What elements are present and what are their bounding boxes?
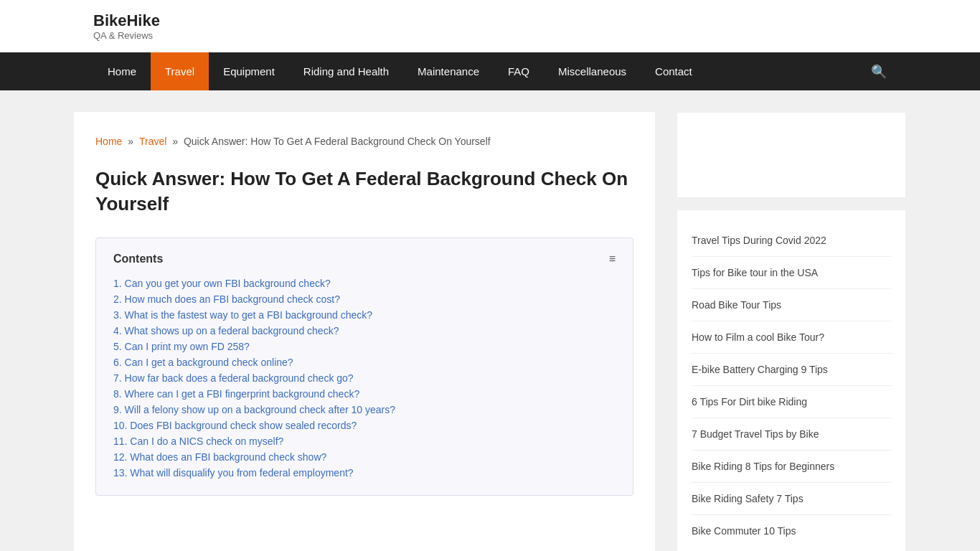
breadcrumb: Home » Travel » Quick Answer: How To Get… [95,133,633,149]
search-icon[interactable]: 🔍 [871,64,887,80]
toc-toggle-icon[interactable]: ≡ [609,253,616,265]
site-subtitle: QA & Reviews [93,30,887,41]
toc-box: Contents ≡ 1. Can you get your own FBI b… [95,237,633,496]
breadcrumb-travel[interactable]: Travel [139,136,166,147]
toc-item: 9. Will a felony show up on a background… [113,402,616,418]
sidebar-link-item[interactable]: Tips for Bike tour in the USA [692,257,891,289]
sidebar-link-item[interactable]: 7 Budget Travel Tips by Bike [692,418,891,451]
sidebar-link-item[interactable]: How to Film a cool Bike Tour? [692,321,891,354]
breadcrumb-current: Quick Answer: How To Get A Federal Backg… [184,136,491,147]
sidebar-links: Travel Tips During Covid 2022Tips for Bi… [677,209,906,551]
article-title: Quick Answer: How To Get A Federal Backg… [95,166,633,217]
toc-item: 13. What will disqualify you from federa… [113,465,616,481]
content-area: Home » Travel » Quick Answer: How To Get… [74,112,655,551]
breadcrumb-home[interactable]: Home [95,136,122,147]
sidebar-ad [677,112,906,198]
toc-item: 1. Can you get your own FBI background c… [113,276,616,291]
toc-item: 12. What does an FBI background check sh… [113,449,616,465]
toc-link[interactable]: 7. How far back does a federal backgroun… [113,372,354,384]
toc-link[interactable]: 11. Can I do a NICS check on myself? [113,435,283,447]
sidebar-link-item[interactable]: Road Bike Tour Tips [692,289,891,321]
toc-link[interactable]: 1. Can you get your own FBI background c… [113,278,331,289]
sidebar-link-item[interactable]: Bike Commuter 10 Tips [692,515,891,547]
toc-item: 2. How much does an FBI background check… [113,291,616,307]
toc-item: 7. How far back does a federal backgroun… [113,370,616,386]
nav-item-travel[interactable]: Travel [151,52,209,90]
nav-menu: Home Travel Equipment Riding and Health … [93,52,707,90]
toc-link[interactable]: 9. Will a felony show up on a background… [113,404,395,415]
toc-link[interactable]: 10. Does FBI background check show seale… [113,420,357,431]
toc-item: 11. Can I do a NICS check on myself? [113,433,616,449]
sidebar-link-item[interactable]: Bike Riding Safety 7 Tips [692,483,891,515]
sidebar-link-item[interactable]: Bike Riding 8 Tips for Beginners [692,451,891,483]
toc-item: 5. Can I print my own FD 258? [113,339,616,354]
toc-link[interactable]: 4. What shows up on a federal background… [113,325,339,336]
sidebar-link-item[interactable]: Travel Tips During Covid 2022 [692,225,891,257]
toc-item: 8. Where can I get a FBI fingerprint bac… [113,386,616,402]
toc-item: 6. Can I get a background check online? [113,354,616,370]
toc-link[interactable]: 12. What does an FBI background check sh… [113,451,326,463]
toc-item: 10. Does FBI background check show seale… [113,418,616,433]
nav-item-riding-health[interactable]: Riding and Health [289,52,403,90]
toc-link[interactable]: 3. What is the fastest way to get a FBI … [113,309,372,321]
toc-list: 1. Can you get your own FBI background c… [113,276,616,481]
nav-item-equipment[interactable]: Equipment [209,52,289,90]
sidebar-link-item[interactable]: E-bike Battery Charging 9 Tips [692,354,891,386]
toc-link[interactable]: 8. Where can I get a FBI fingerprint bac… [113,388,359,400]
toc-link[interactable]: 6. Can I get a background check online? [113,357,293,368]
sidebar-link-item[interactable]: 6 Tips For Dirt bike Riding [692,386,891,418]
toc-link[interactable]: 2. How much does an FBI background check… [113,293,340,305]
nav-item-contact[interactable]: Contact [641,52,707,90]
nav-item-maintenance[interactable]: Maintenance [403,52,494,90]
toc-title: Contents [113,253,163,265]
nav-item-faq[interactable]: FAQ [494,52,544,90]
toc-link[interactable]: 13. What will disqualify you from federa… [113,467,354,479]
nav-item-home[interactable]: Home [93,52,151,90]
toc-item: 4. What shows up on a federal background… [113,323,616,339]
nav-item-miscellaneous[interactable]: Miscellaneous [544,52,641,90]
toc-link[interactable]: 5. Can I print my own FD 258? [113,341,250,352]
toc-item: 3. What is the fastest way to get a FBI … [113,307,616,323]
site-title: BikeHike [93,11,887,30]
sidebar: Travel Tips During Covid 2022Tips for Bi… [677,112,906,551]
